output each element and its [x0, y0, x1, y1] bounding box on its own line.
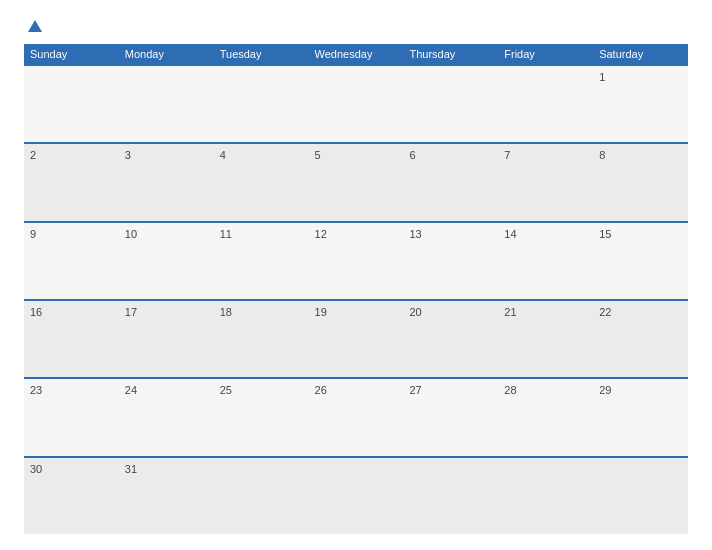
day-cell: 31 — [119, 458, 214, 534]
day-cell: 15 — [593, 223, 688, 299]
day-cell: 28 — [498, 379, 593, 455]
day-cell: 12 — [309, 223, 404, 299]
day-number: 7 — [504, 149, 510, 161]
day-cell — [593, 458, 688, 534]
week-row: 23242526272829 — [24, 377, 688, 455]
day-number: 5 — [315, 149, 321, 161]
day-cell: 2 — [24, 144, 119, 220]
day-cell: 27 — [403, 379, 498, 455]
day-cell — [498, 458, 593, 534]
day-cell: 1 — [593, 66, 688, 142]
week-row: 1 — [24, 64, 688, 142]
day-cell: 22 — [593, 301, 688, 377]
day-cell: 7 — [498, 144, 593, 220]
day-header: Sunday — [24, 44, 119, 64]
day-cell: 3 — [119, 144, 214, 220]
day-cell: 11 — [214, 223, 309, 299]
day-cell: 5 — [309, 144, 404, 220]
day-number: 10 — [125, 228, 137, 240]
day-number: 25 — [220, 384, 232, 396]
day-header: Friday — [498, 44, 593, 64]
day-number: 26 — [315, 384, 327, 396]
day-header: Saturday — [593, 44, 688, 64]
day-cell — [214, 66, 309, 142]
day-cell: 10 — [119, 223, 214, 299]
day-cell: 18 — [214, 301, 309, 377]
week-row: 9101112131415 — [24, 221, 688, 299]
logo — [24, 20, 42, 32]
week-row: 3031 — [24, 456, 688, 534]
day-number: 28 — [504, 384, 516, 396]
day-number: 8 — [599, 149, 605, 161]
day-number: 16 — [30, 306, 42, 318]
day-number: 31 — [125, 463, 137, 475]
day-cell — [309, 458, 404, 534]
day-number: 20 — [409, 306, 421, 318]
day-cell: 29 — [593, 379, 688, 455]
header — [24, 20, 688, 32]
day-cell: 24 — [119, 379, 214, 455]
day-cell: 30 — [24, 458, 119, 534]
day-cell: 23 — [24, 379, 119, 455]
day-number: 27 — [409, 384, 421, 396]
day-number: 3 — [125, 149, 131, 161]
day-cell: 6 — [403, 144, 498, 220]
day-headers: SundayMondayTuesdayWednesdayThursdayFrid… — [24, 44, 688, 64]
day-header: Monday — [119, 44, 214, 64]
day-cell: 13 — [403, 223, 498, 299]
week-row: 2345678 — [24, 142, 688, 220]
day-cell: 14 — [498, 223, 593, 299]
day-number: 15 — [599, 228, 611, 240]
logo-blue-text — [24, 20, 42, 32]
day-number: 9 — [30, 228, 36, 240]
day-cell: 8 — [593, 144, 688, 220]
day-number: 24 — [125, 384, 137, 396]
day-number: 18 — [220, 306, 232, 318]
day-cell — [24, 66, 119, 142]
day-number: 11 — [220, 228, 232, 240]
day-cell: 21 — [498, 301, 593, 377]
day-number: 19 — [315, 306, 327, 318]
day-cell: 26 — [309, 379, 404, 455]
day-cell — [119, 66, 214, 142]
day-number: 14 — [504, 228, 516, 240]
day-number: 21 — [504, 306, 516, 318]
day-header: Wednesday — [309, 44, 404, 64]
day-cell — [403, 458, 498, 534]
day-number: 1 — [599, 71, 605, 83]
day-cell: 17 — [119, 301, 214, 377]
day-number: 13 — [409, 228, 421, 240]
day-number: 2 — [30, 149, 36, 161]
day-number: 17 — [125, 306, 137, 318]
calendar: SundayMondayTuesdayWednesdayThursdayFrid… — [24, 44, 688, 534]
calendar-page: SundayMondayTuesdayWednesdayThursdayFrid… — [0, 0, 712, 550]
day-number: 22 — [599, 306, 611, 318]
day-cell: 19 — [309, 301, 404, 377]
day-cell: 25 — [214, 379, 309, 455]
day-header: Thursday — [403, 44, 498, 64]
day-number: 23 — [30, 384, 42, 396]
day-number: 6 — [409, 149, 415, 161]
week-row: 16171819202122 — [24, 299, 688, 377]
day-number: 12 — [315, 228, 327, 240]
day-number: 4 — [220, 149, 226, 161]
day-cell — [403, 66, 498, 142]
logo-triangle-icon — [28, 20, 42, 32]
day-cell — [214, 458, 309, 534]
day-cell — [309, 66, 404, 142]
day-cell: 20 — [403, 301, 498, 377]
day-cell: 16 — [24, 301, 119, 377]
weeks: 1234567891011121314151617181920212223242… — [24, 64, 688, 534]
day-cell: 4 — [214, 144, 309, 220]
day-cell — [498, 66, 593, 142]
day-cell: 9 — [24, 223, 119, 299]
day-number: 29 — [599, 384, 611, 396]
day-number: 30 — [30, 463, 42, 475]
day-header: Tuesday — [214, 44, 309, 64]
